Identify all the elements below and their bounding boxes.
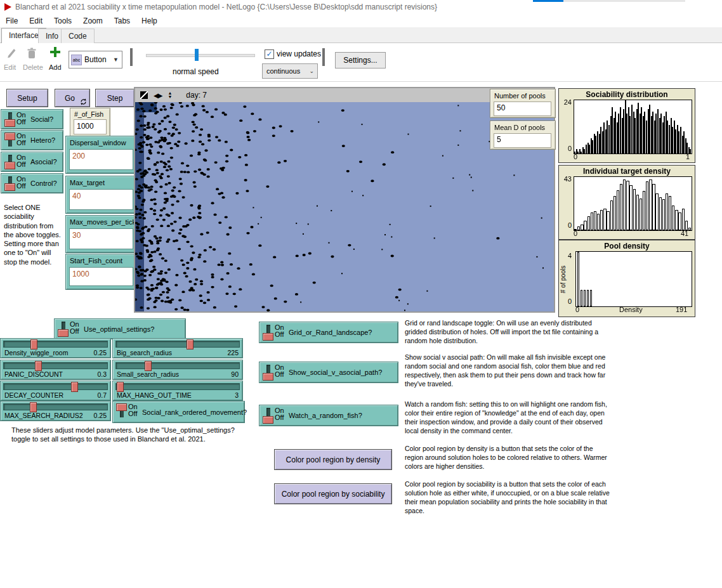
- edit-tool-label[interactable]: Edit: [4, 63, 16, 71]
- monitor-label: Number of pools: [494, 92, 546, 100]
- input-start-fish-count[interactable]: Start_Fish_count 1000: [65, 254, 137, 290]
- slider-max-hang-out-time[interactable]: MAX_HANG_OUT_TIME 3: [112, 381, 243, 401]
- switch-handle[interactable]: [58, 329, 69, 337]
- input-field[interactable]: 40: [69, 189, 133, 210]
- menu-file[interactable]: File: [0, 16, 23, 25]
- settings-button[interactable]: Settings...: [335, 52, 386, 69]
- sliders-note: These sliders adjust model parameters. U…: [11, 426, 254, 444]
- switch-handle[interactable]: [4, 119, 15, 127]
- speed-slider-thumb[interactable]: [195, 49, 199, 61]
- update-mode-value: continuous: [266, 67, 300, 75]
- update-mode-select[interactable]: continuous ⌄: [262, 63, 318, 79]
- switch-use-optimal-settings[interactable]: On Off Use_optimal_settings?: [54, 318, 186, 339]
- slider-thumb[interactable]: [30, 402, 37, 412]
- speed-slider-track[interactable]: [146, 54, 255, 57]
- switch-name: Asocial?: [30, 158, 57, 166]
- switch-asocial[interactable]: On Off Asocial?: [1, 152, 63, 172]
- switch-handle[interactable]: [263, 416, 273, 424]
- input-field[interactable]: 30: [69, 228, 133, 249]
- x-axis-max: 41: [681, 230, 688, 237]
- switch-handle[interactable]: [4, 133, 15, 140]
- menu-tools[interactable]: Tools: [48, 16, 77, 25]
- watch-fish-description: Watch a random fish: setting this to on …: [405, 400, 613, 435]
- slider-big-search-radius[interactable]: Big_search_radius 225: [112, 338, 243, 358]
- slider-thumb[interactable]: [35, 361, 42, 371]
- slider-thumb[interactable]: [117, 382, 124, 392]
- y-axis-min: 0: [560, 145, 572, 152]
- plot-title: Individual target density: [559, 167, 695, 176]
- switch-name: Social?: [30, 115, 53, 123]
- input-field[interactable]: 1000: [69, 267, 133, 286]
- monitor-value: 5: [494, 133, 551, 148]
- slider-decay-counter[interactable]: DECAY_COUNTER 0.7: [0, 381, 111, 401]
- tab-code[interactable]: Code: [61, 29, 95, 44]
- slider-track: [3, 403, 108, 410]
- horizontal-arrows-icon[interactable]: ◀▶: [154, 92, 162, 99]
- vertical-arrows-icon[interactable]: ▲▼: [167, 91, 172, 99]
- input-field[interactable]: 200: [69, 149, 133, 170]
- setup-button[interactable]: Setup: [6, 89, 48, 107]
- plot-area: [574, 176, 692, 231]
- slider-track: [3, 383, 108, 390]
- slider-thumb[interactable]: [187, 339, 194, 350]
- switch-social-rank-ordered-movement[interactable]: On Off Social_rank_ordered_movement?: [112, 401, 245, 423]
- switch-handle[interactable]: [116, 403, 127, 411]
- slider-thumb[interactable]: [145, 361, 152, 371]
- switch-hetero[interactable]: On Off Hetero?: [1, 130, 63, 150]
- y-axis-min: 0: [563, 297, 572, 305]
- input-label: Dispersal_window: [70, 139, 126, 147]
- go-button[interactable]: Go: [55, 89, 90, 107]
- switch-control[interactable]: On Off Control?: [1, 173, 63, 193]
- slider-density-wiggle-room[interactable]: Density_wiggle_room 0.25: [0, 338, 111, 358]
- slider-track: [115, 362, 240, 369]
- edit-pencil-icon[interactable]: [6, 47, 16, 60]
- input-max-target[interactable]: Max_target 40: [65, 176, 137, 214]
- add-plus-icon[interactable]: [49, 46, 61, 58]
- slider-panic-discount[interactable]: PANIC_DISCOUNT 0.3: [0, 360, 111, 380]
- slider-value: 90: [231, 370, 239, 378]
- slider-label: PANIC_DISCOUNT: [4, 370, 63, 378]
- slider-track: [3, 362, 108, 369]
- add-tool-label[interactable]: Add: [49, 63, 62, 71]
- x-axis-min: 0: [575, 306, 579, 313]
- switch-grid-or-rand-landscape[interactable]: On Off Grid_or_Rand_landscape?: [259, 322, 398, 343]
- slider-small-search-radius[interactable]: Small_search_radius 90: [112, 360, 243, 380]
- input-field[interactable]: 1000: [74, 119, 107, 134]
- switch-off-label: Off: [275, 414, 284, 421]
- menu-help[interactable]: Help: [136, 16, 163, 25]
- menu-tabs[interactable]: Tabs: [108, 16, 136, 25]
- slider-max-search-radius2[interactable]: MAX_SEARCH_RADIUS2 0.25: [0, 401, 111, 421]
- switch-name: Grid_or_Rand_landscape?: [289, 329, 372, 336]
- step-button[interactable]: Step: [95, 89, 135, 107]
- color-pool-by-sociability-button[interactable]: Color pool region by sociability: [274, 483, 392, 504]
- switch-handle[interactable]: [4, 183, 15, 191]
- y-axis-min: 0: [560, 221, 572, 229]
- switch-show-social-v-asocial-path[interactable]: On Off Show_social_v_asocial_path?: [259, 362, 398, 383]
- widget-type-value: Button: [84, 55, 107, 64]
- input-dispersal-window[interactable]: Dispersal_window 200: [65, 136, 137, 174]
- menu-zoom[interactable]: Zoom: [77, 16, 108, 25]
- switch-off-label: Off: [16, 139, 25, 147]
- input-number-of-fish[interactable]: #_of_Fish 1000: [70, 108, 110, 138]
- input-max-moves-per-tick[interactable]: Max_moves_per_tick 30: [65, 215, 137, 253]
- slider-thumb[interactable]: [30, 339, 37, 350]
- delete-trash-icon[interactable]: [27, 47, 37, 60]
- slider-thumb[interactable]: [71, 382, 78, 392]
- view-updates-checkbox[interactable]: ✓: [265, 49, 274, 59]
- widget-type-dropdown[interactable]: abc Button ▼: [69, 51, 122, 69]
- plot-individual-target-density: Individual target density 43 0 0 41: [558, 165, 695, 240]
- top-accent-bar-track: [563, 0, 685, 2]
- switch-handle[interactable]: [263, 373, 273, 381]
- delete-tool-label[interactable]: Delete: [23, 63, 43, 71]
- color-pool-by-density-button[interactable]: Color pool region by density: [274, 449, 392, 470]
- slider-value: 3: [235, 391, 239, 399]
- switch-handle[interactable]: [4, 162, 15, 169]
- view-resize-icon[interactable]: [140, 91, 148, 99]
- switch-watch-a-random-fish[interactable]: On Off Watch_a_random_fish?: [259, 405, 398, 426]
- switch-handle[interactable]: [263, 333, 273, 341]
- menu-edit[interactable]: Edit: [23, 16, 48, 25]
- input-label: Start_Fish_count: [70, 257, 122, 265]
- plot-area: [575, 251, 692, 307]
- switch-social[interactable]: On Off Social?: [1, 109, 63, 129]
- button-label: Color pool region by density: [286, 455, 381, 464]
